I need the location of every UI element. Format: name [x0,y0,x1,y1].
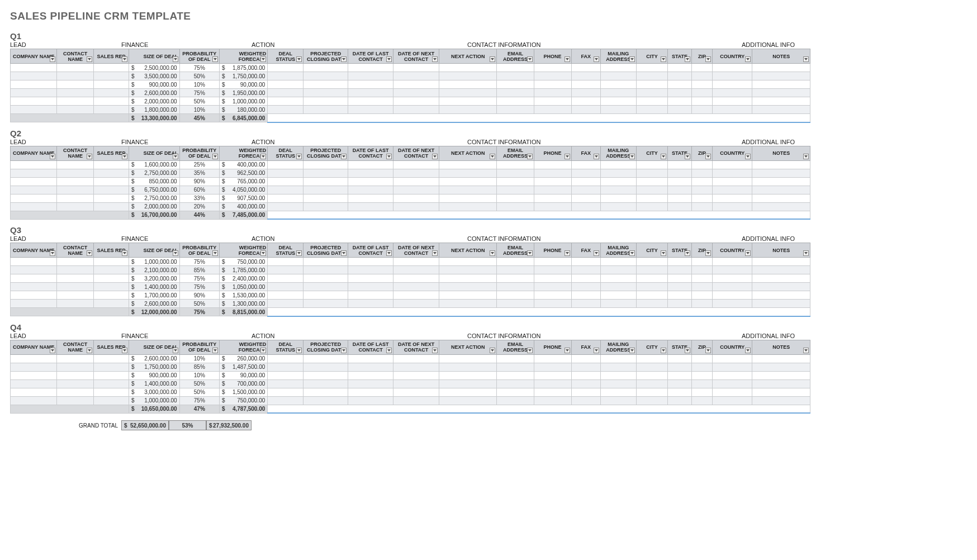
table-cell[interactable] [713,160,752,169]
column-header[interactable]: EMAIL ADDRESS [497,49,534,64]
filter-dropdown-icon[interactable] [745,56,751,62]
table-cell[interactable] [497,202,534,211]
table-cell[interactable] [752,72,810,80]
table-cell[interactable] [57,379,94,388]
column-header[interactable]: COUNTRY [713,146,752,160]
table-cell[interactable] [393,291,439,300]
table-cell[interactable] [571,194,600,202]
table-cell[interactable] [752,274,810,283]
filter-dropdown-icon[interactable] [212,56,218,62]
table-cell[interactable] [303,186,348,194]
filter-dropdown-icon[interactable] [212,348,218,353]
table-cell[interactable] [600,64,636,72]
filter-dropdown-icon[interactable] [594,348,599,353]
table-row[interactable]: $1,600,000.0025%$400,000.00 [11,160,810,169]
table-cell[interactable] [668,274,692,283]
table-cell[interactable] [713,291,752,300]
table-cell[interactable] [439,106,497,114]
table-cell[interactable] [752,202,810,211]
filter-dropdown-icon[interactable] [341,250,347,256]
table-cell[interactable] [393,371,439,379]
table-cell[interactable] [497,169,534,177]
table-cell[interactable] [94,194,129,202]
table-cell[interactable] [713,266,752,274]
table-cell[interactable] [303,97,348,106]
table-cell[interactable] [713,106,752,114]
table-cell[interactable] [348,72,393,80]
table-cell[interactable] [11,274,57,283]
filter-dropdown-icon[interactable] [661,250,666,256]
column-header[interactable]: CONTACT NAME [57,243,94,258]
table-cell[interactable] [668,106,692,114]
table-cell[interactable] [268,354,303,363]
table-cell[interactable]: 75% [179,258,219,266]
table-cell[interactable] [439,97,497,106]
table-cell[interactable]: $900,000.00 [129,80,180,89]
table-cell[interactable] [691,283,712,291]
table-cell[interactable] [11,388,57,396]
table-cell[interactable]: $962,500.00 [219,169,267,177]
table-cell[interactable] [94,177,129,186]
table-cell[interactable] [439,177,497,186]
column-header[interactable]: DEAL STATUS [268,340,303,354]
table-cell[interactable] [600,202,636,211]
table-cell[interactable]: $2,100,000.00 [129,266,180,274]
table-cell[interactable] [57,396,94,405]
table-cell[interactable] [691,194,712,202]
table-cell[interactable] [691,72,712,80]
filter-dropdown-icon[interactable] [490,250,495,256]
table-cell[interactable]: $180,000.00 [219,106,267,114]
table-cell[interactable]: $2,500,000.00 [129,64,180,72]
table-row[interactable]: $1,750,000.0085%$1,487,500.00 [11,363,810,371]
table-cell[interactable] [571,177,600,186]
table-cell[interactable] [668,97,692,106]
table-cell[interactable] [497,283,534,291]
column-header[interactable]: COUNTRY [713,340,752,354]
table-cell[interactable] [713,186,752,194]
column-header[interactable]: DEAL STATUS [268,243,303,258]
table-cell[interactable]: $2,400,000.00 [219,274,267,283]
table-cell[interactable] [303,64,348,72]
table-cell[interactable] [11,89,57,97]
filter-dropdown-icon[interactable] [594,250,599,256]
table-cell[interactable] [268,266,303,274]
column-header[interactable]: DATE OF NEXT CONTACT [393,340,439,354]
table-cell[interactable] [268,160,303,169]
table-cell[interactable] [268,396,303,405]
table-cell[interactable] [497,354,534,363]
table-cell[interactable]: 75% [179,283,219,291]
table-cell[interactable] [636,371,667,379]
table-cell[interactable] [268,371,303,379]
filter-dropdown-icon[interactable] [594,154,599,159]
filter-dropdown-icon[interactable] [87,250,92,256]
table-cell[interactable]: $2,750,000.00 [129,169,180,177]
table-cell[interactable] [439,354,497,363]
table-cell[interactable] [393,80,439,89]
table-cell[interactable] [57,266,94,274]
table-cell[interactable] [268,291,303,300]
table-cell[interactable] [636,64,667,72]
table-cell[interactable] [534,371,571,379]
column-header[interactable]: STATE [668,49,692,64]
table-cell[interactable] [57,283,94,291]
table-cell[interactable] [57,194,94,202]
table-cell[interactable] [393,379,439,388]
table-cell[interactable] [668,160,692,169]
table-cell[interactable] [393,266,439,274]
table-cell[interactable]: 10% [179,371,219,379]
table-cell[interactable] [534,363,571,371]
column-header[interactable]: CITY [636,243,667,258]
table-cell[interactable]: $2,600,000.00 [129,300,180,308]
table-cell[interactable] [668,291,692,300]
column-header[interactable]: NEXT ACTION [439,146,497,160]
table-cell[interactable] [691,202,712,211]
table-cell[interactable] [752,291,810,300]
table-cell[interactable] [600,177,636,186]
filter-dropdown-icon[interactable] [50,348,55,353]
table-cell[interactable] [752,371,810,379]
column-header[interactable]: PROBABILITY OF DEAL [179,146,219,160]
column-header[interactable]: MAILING ADDRESS [600,340,636,354]
table-row[interactable]: $2,000,000.0050%$1,000,000.00 [11,97,810,106]
column-header[interactable]: SALES REP [94,146,129,160]
table-cell[interactable] [497,80,534,89]
